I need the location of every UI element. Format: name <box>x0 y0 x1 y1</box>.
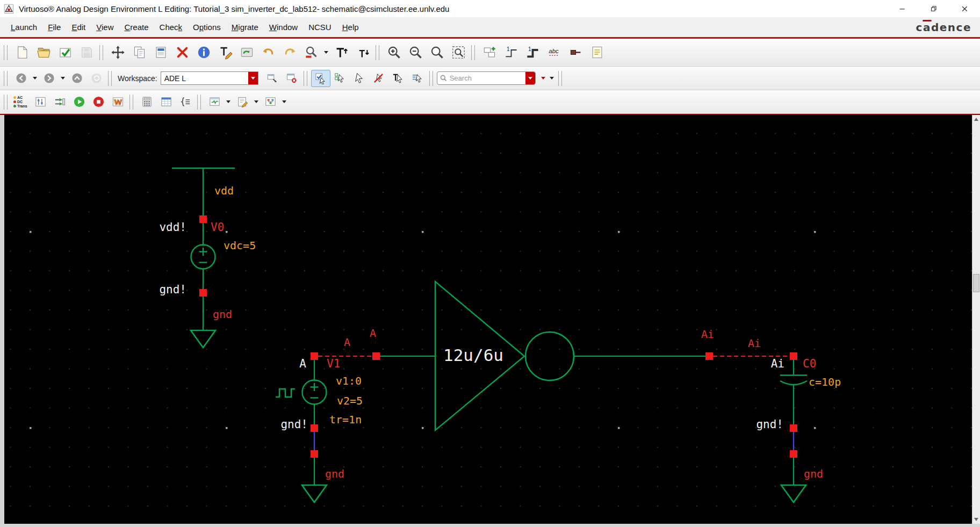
wire-endpoint[interactable] <box>372 352 380 360</box>
output-pin[interactable] <box>790 352 797 360</box>
check-and-save-button[interactable] <box>54 43 76 62</box>
back-history-dropdown[interactable] <box>33 77 37 80</box>
single-selection-button[interactable] <box>350 70 369 87</box>
create-narrow-wire-button[interactable]: 1 <box>500 43 522 62</box>
gnd-pin[interactable] <box>790 450 797 458</box>
gnd-net-label[interactable]: gnd! <box>280 418 308 431</box>
results-browser-button[interactable] <box>156 93 176 111</box>
search-input[interactable] <box>448 74 525 82</box>
analyses-button[interactable]: AC DC Trans <box>11 93 31 111</box>
minimize-button[interactable] <box>887 0 918 17</box>
selection-mode-button[interactable] <box>311 70 330 87</box>
back-button[interactable] <box>11 70 31 87</box>
menu-help[interactable]: Help <box>337 23 364 32</box>
copy-button[interactable] <box>128 43 150 62</box>
search-filter-dropdown[interactable] <box>541 77 545 80</box>
menu-migrate[interactable]: Migrate <box>226 23 264 32</box>
plot-waveform-button[interactable] <box>108 93 127 111</box>
search-box[interactable] <box>437 71 536 85</box>
vdc-value-label[interactable]: vdc=5 <box>224 239 256 252</box>
partial-selection-button[interactable] <box>330 70 350 87</box>
expressions-button[interactable] <box>176 93 195 111</box>
net-a-label-1[interactable]: A <box>344 336 350 349</box>
redo-button[interactable] <box>279 43 300 62</box>
create-wire-name-button[interactable]: abc <box>543 43 565 62</box>
setup-variables-button[interactable] <box>31 93 50 111</box>
schematic-window-dropdown[interactable] <box>226 100 230 103</box>
net-ai-label-1[interactable]: Ai <box>701 328 714 341</box>
schematic[interactable]: vdd vdd! V0 vdc=5 gnd! gnd <box>4 115 972 524</box>
workspace-dropdown-button[interactable] <box>248 72 258 84</box>
vdd-net-label[interactable]: vdd! <box>159 221 186 234</box>
hierarchy-button[interactable] <box>261 93 280 111</box>
shrink-text-button[interactable] <box>352 43 373 62</box>
zoom-in-button[interactable] <box>383 43 405 62</box>
v1-value-label[interactable]: v1:0 <box>336 374 362 387</box>
gnd-wire-label[interactable]: gnd <box>325 467 344 480</box>
forward-button[interactable] <box>39 70 59 87</box>
hierarchy-dropdown[interactable] <box>282 100 286 103</box>
scrollbar-thumb[interactable] <box>973 274 979 292</box>
find-replace-dropdown[interactable] <box>324 51 328 54</box>
move-button[interactable] <box>107 43 128 62</box>
repeat-command-button[interactable] <box>236 43 257 62</box>
refresh-button[interactable] <box>87 70 106 87</box>
delete-button[interactable] <box>171 43 193 62</box>
deselect-button[interactable] <box>369 70 388 87</box>
cap-value-label[interactable]: c=10p <box>809 376 841 388</box>
calculator-button[interactable] <box>137 93 156 111</box>
cap-instance-label[interactable]: C0 <box>803 357 816 370</box>
menu-edit[interactable]: Edit <box>66 23 91 32</box>
input-pin-label[interactable]: A <box>299 357 306 370</box>
probe-selection-button[interactable] <box>408 70 427 87</box>
menu-create[interactable]: Create <box>119 23 154 32</box>
gnd-pin[interactable] <box>311 450 318 458</box>
edit-text-button[interactable] <box>214 43 236 62</box>
workspace-combobox[interactable] <box>161 71 258 85</box>
gnd-wire-label[interactable]: gnd <box>213 308 232 321</box>
new-window-button[interactable] <box>263 70 282 87</box>
vertical-scrollbar[interactable] <box>972 115 980 524</box>
create-note-button[interactable] <box>586 43 608 62</box>
vdd-instance-label[interactable]: V0 <box>211 221 224 234</box>
schematic-window-button[interactable] <box>205 93 224 111</box>
v1-instance-label[interactable]: V1 <box>327 357 340 370</box>
menu-window[interactable]: Window <box>264 23 303 32</box>
descend-button[interactable] <box>479 43 500 62</box>
zoom-out-button[interactable] <box>405 43 426 62</box>
schematic-canvas[interactable]: vdd vdd! V0 vdc=5 gnd! gnd <box>4 115 972 524</box>
create-pin-button[interactable] <box>565 43 586 62</box>
net-ai-label-2[interactable]: Ai <box>748 337 761 350</box>
gnd-pin[interactable] <box>199 289 207 297</box>
netlist-button[interactable] <box>50 93 69 111</box>
output-pin-label[interactable]: Ai <box>771 357 784 370</box>
maximize-button[interactable] <box>918 0 949 17</box>
menu-ncsu[interactable]: NCSU <box>303 23 337 32</box>
info-button[interactable] <box>193 43 214 62</box>
stop-simulation-button[interactable] <box>89 93 108 111</box>
wire-endpoint[interactable] <box>705 352 713 360</box>
menu-launch[interactable]: Launch <box>5 23 42 32</box>
gnd-net-label[interactable]: gnd! <box>756 418 783 431</box>
annotate-dropdown[interactable] <box>254 100 258 103</box>
gnd-pin[interactable] <box>790 424 797 432</box>
menu-options[interactable]: Options <box>188 23 226 32</box>
vdd-pin[interactable] <box>199 215 207 223</box>
net-a-label-2[interactable]: A <box>370 327 376 340</box>
gnd-net-label[interactable]: gnd! <box>159 283 186 296</box>
menu-check[interactable]: Check <box>154 23 188 32</box>
save-button[interactable] <box>76 43 97 62</box>
menu-file[interactable]: File <box>42 23 66 32</box>
tr-value-label[interactable]: tr=1n <box>329 413 362 426</box>
menu-view[interactable]: View <box>91 23 119 32</box>
annotate-button[interactable] <box>233 93 252 111</box>
scroll-down-button[interactable] <box>972 516 980 523</box>
gnd-pin[interactable] <box>311 424 318 432</box>
find-replace-button[interactable] <box>300 43 322 62</box>
properties-button[interactable] <box>150 43 171 62</box>
workspace-value[interactable] <box>161 74 248 83</box>
create-wide-wire-button[interactable]: 1 <box>522 43 543 62</box>
zoom-cursor-button[interactable] <box>426 43 448 62</box>
v2-value-label[interactable]: v2=5 <box>337 394 363 407</box>
zoom-fit-button[interactable] <box>448 43 469 62</box>
